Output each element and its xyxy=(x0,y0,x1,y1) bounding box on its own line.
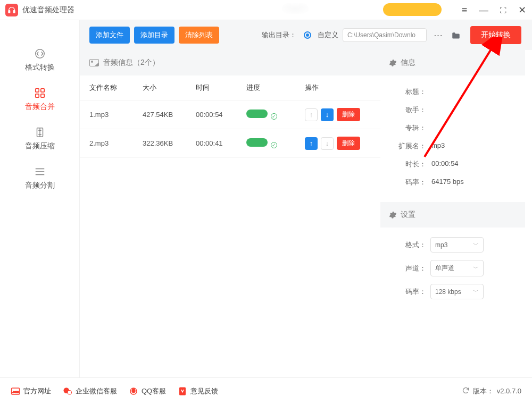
promo-badge[interactable] xyxy=(383,3,442,16)
bitrate-select[interactable]: 128 kbps﹀ xyxy=(430,284,484,299)
main-panel: 音频信息（2个） 文件名称 大小 时间 进度 操作 1.mp3 427.54KB… xyxy=(80,50,380,377)
cell-ops: ↑ ↓ 删除 xyxy=(305,108,371,121)
split-icon xyxy=(34,166,46,178)
check-icon: ✓ xyxy=(271,113,277,120)
right-panel: 信息 标题： 歌手： 专辑： 扩展名：mp3 时长：00:00:54 码率：64… xyxy=(380,50,525,377)
wechat-icon xyxy=(63,386,72,396)
cell-name: 2.mp3 xyxy=(89,139,143,147)
svg-text:.com: .com xyxy=(12,390,19,393)
version-value: v2.0.7.0 xyxy=(497,387,521,395)
minimize-icon[interactable]: — xyxy=(479,5,488,15)
feedback-link[interactable]: 意见反馈 xyxy=(178,386,218,396)
info-key: 专辑： xyxy=(389,123,426,133)
footer-label: 企业微信客服 xyxy=(76,386,117,396)
footer-label: 意见反馈 xyxy=(190,386,218,396)
col-time: 时间 xyxy=(196,83,246,92)
chevron-down-icon: ﹀ xyxy=(473,288,479,296)
info-value: mp3 xyxy=(431,141,445,151)
settings-header: 设置 xyxy=(380,202,525,228)
feedback-icon xyxy=(178,386,187,396)
sidebar-item-label: 音频压缩 xyxy=(25,141,55,151)
clear-list-button[interactable]: 清除列表 xyxy=(179,27,219,44)
compress-icon xyxy=(34,127,46,138)
output-dir-label: 输出目录： xyxy=(262,30,296,40)
move-down-button[interactable]: ↓ xyxy=(321,108,334,121)
sidebar-item-label: 音频合并 xyxy=(25,102,55,112)
settings-header-title: 设置 xyxy=(401,210,415,220)
add-file-button[interactable]: 添加文件 xyxy=(89,27,130,44)
svg-rect-5 xyxy=(35,94,38,97)
cell-progress: ✓ xyxy=(246,138,305,148)
sidebar-item-audio-merge[interactable]: 音频合并 xyxy=(0,80,79,119)
merge-icon xyxy=(34,87,46,99)
app-logo xyxy=(5,4,18,16)
window-controls: ≡ — ⛶ ✕ xyxy=(460,0,527,20)
sidebar-item-audio-split[interactable]: 音频分割 xyxy=(0,158,79,198)
info-header: 信息 xyxy=(380,50,525,75)
info-key: 标题： xyxy=(389,87,426,97)
format-select[interactable]: mp3﹀ xyxy=(430,237,484,252)
sidebar-item-audio-compress[interactable]: 音频压缩 xyxy=(0,119,79,158)
toolbar: 添加文件 添加目录 清除列表 输出目录： 自定义 C:\Users\Qasim\… xyxy=(80,20,532,50)
custom-dir-label: 自定义 xyxy=(318,30,338,40)
folder-icon[interactable] xyxy=(449,28,463,42)
close-icon[interactable]: ✕ xyxy=(517,5,527,15)
output-path-input[interactable]: C:\Users\Qasim\Downlo xyxy=(343,28,427,42)
version-info[interactable]: 版本： v2.0.7.0 xyxy=(462,386,521,396)
sidebar: 格式转换 音频合并 音频压缩 音频分割 xyxy=(0,20,80,377)
move-up-button: ↑ xyxy=(305,108,318,121)
delete-button[interactable]: 删除 xyxy=(337,137,360,150)
table-header: 文件名称 大小 时间 进度 操作 xyxy=(80,75,380,100)
svg-rect-0 xyxy=(9,10,10,13)
globe-icon: .com xyxy=(11,386,20,396)
info-header-title: 信息 xyxy=(401,58,415,68)
col-name: 文件名称 xyxy=(89,83,143,92)
settings-section: 格式： mp3﹀ 声道： 单声道﹀ 码率： 128 kbps﹀ xyxy=(380,228,525,309)
cell-progress: ✓ xyxy=(246,110,305,120)
image-icon xyxy=(89,59,99,66)
chevron-down-icon: ﹀ xyxy=(473,241,479,249)
footer-label: QQ客服 xyxy=(142,386,166,396)
move-up-button[interactable]: ↑ xyxy=(305,137,318,150)
channel-select[interactable]: 单声道﹀ xyxy=(430,260,484,276)
official-site-link[interactable]: .com 官方网址 xyxy=(11,386,51,396)
start-convert-button[interactable]: 开始转换 xyxy=(470,26,521,44)
cell-name: 1.mp3 xyxy=(89,111,143,119)
qq-icon xyxy=(129,386,138,396)
svg-rect-3 xyxy=(35,89,38,92)
decorative-blur xyxy=(282,3,309,14)
sidebar-item-label: 格式转换 xyxy=(25,63,55,72)
refresh-icon xyxy=(462,386,470,396)
check-icon: ✓ xyxy=(271,142,277,148)
svg-rect-4 xyxy=(40,89,44,92)
col-size: 大小 xyxy=(143,83,196,92)
custom-dir-radio[interactable] xyxy=(304,31,311,39)
more-icon[interactable]: ⋯ xyxy=(431,28,445,42)
info-section: 标题： 歌手： 专辑： 扩展名：mp3 时长：00:00:54 码率：64175… xyxy=(380,75,525,202)
info-key: 时长： xyxy=(389,159,426,169)
qq-support-link[interactable]: QQ客服 xyxy=(129,386,166,396)
list-header-title: 音频信息（2个） xyxy=(103,58,160,68)
sidebar-item-format-convert[interactable]: 格式转换 xyxy=(0,40,79,80)
wechat-support-link[interactable]: 企业微信客服 xyxy=(63,386,117,396)
info-key: 码率： xyxy=(389,178,426,187)
setting-key: 格式： xyxy=(389,240,426,250)
table-row[interactable]: 2.mp3 322.36KB 00:00:41 ✓ ↑ ↓ 删除 xyxy=(80,129,380,158)
info-value: 00:00:54 xyxy=(431,159,459,169)
cell-size: 427.54KB xyxy=(143,111,196,119)
move-down-button: ↓ xyxy=(321,137,334,150)
col-progress: 进度 xyxy=(246,83,305,92)
svg-point-15 xyxy=(68,390,72,394)
chevron-down-icon: ﹀ xyxy=(473,264,479,272)
list-header: 音频信息（2个） xyxy=(80,50,380,75)
table-row[interactable]: 1.mp3 427.54KB 00:00:54 ✓ ↑ ↓ 删除 xyxy=(80,100,380,129)
add-dir-button[interactable]: 添加目录 xyxy=(134,27,174,44)
delete-button[interactable]: 删除 xyxy=(337,108,360,121)
footer: .com 官方网址 企业微信客服 QQ客服 意见反馈 版本： v2.0.7.0 xyxy=(0,377,532,404)
maximize-icon[interactable]: ⛶ xyxy=(498,5,508,15)
app-title: 优速音频处理器 xyxy=(22,5,74,15)
cell-time: 00:00:41 xyxy=(196,139,246,147)
cell-time: 00:00:54 xyxy=(196,111,246,119)
gear-icon xyxy=(389,211,397,219)
menu-icon[interactable]: ≡ xyxy=(460,5,469,15)
